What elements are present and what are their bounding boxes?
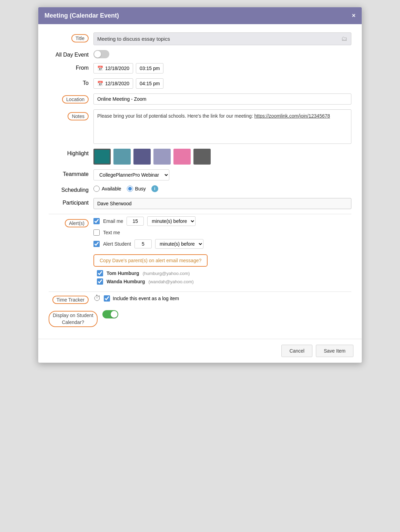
divider-2 [49, 292, 351, 292]
email-unit-select[interactable]: minute(s) before [147, 216, 196, 226]
to-label: To [83, 80, 89, 86]
notes-label-col: Notes [49, 109, 93, 120]
participant-label: Participant [62, 200, 89, 206]
scheduling-group: Available Busy i [93, 185, 158, 192]
busy-radio[interactable] [127, 186, 133, 192]
time-tracker-include-label: Include this event as a log item [113, 296, 179, 301]
location-label-col: Location [49, 93, 93, 104]
dialog-title: Meeting (Calendar Event) [44, 12, 119, 19]
from-cal-icon: 📅 [97, 66, 103, 71]
highlight-label-col: Highlight [49, 149, 93, 157]
alert-student-checkbox[interactable] [93, 241, 100, 247]
display-calendar-toggle[interactable] [102, 310, 118, 318]
color-swatch-gray[interactable] [193, 149, 211, 165]
text-me-checkbox[interactable] [93, 229, 100, 236]
time-tracker-row: Time Tracker ⏱ Include this event as a l… [49, 294, 351, 304]
from-time-field[interactable]: 03:15 pm [136, 63, 163, 73]
parent2-row: Wanda Humburg (wandah@yahoo.com) [93, 278, 351, 285]
to-date-value: 12/18/2020 [105, 81, 129, 86]
email-me-label: Email me [103, 218, 123, 224]
color-swatch-teal[interactable] [93, 149, 111, 165]
color-swatch-purple[interactable] [133, 149, 151, 165]
from-label: From [76, 65, 89, 71]
copy-parents-box: Copy Dave's parent(s) on alert email mes… [93, 254, 208, 267]
all-day-row: All Day Event [49, 50, 351, 58]
title-label: Title [71, 34, 89, 42]
available-radio[interactable] [93, 186, 100, 192]
title-label-col: Title [49, 32, 93, 42]
notes-label: Notes [68, 112, 89, 120]
display-calendar-slider [102, 310, 118, 318]
available-option[interactable]: Available [93, 186, 121, 192]
alerts-row: Alert(s) Email me minute(s) before Text … [49, 216, 351, 287]
all-day-toggle[interactable] [93, 50, 109, 58]
parent2-email: (wandah@yahoo.com) [148, 279, 193, 284]
scheduling-row: Scheduling Available Busy i [49, 185, 351, 193]
alert-student-unit-select[interactable]: minute(s) before [155, 239, 203, 249]
all-day-slider [93, 50, 109, 58]
busy-label: Busy [135, 186, 146, 191]
parent1-checkbox[interactable] [97, 270, 103, 276]
color-swatch-muted-teal[interactable] [113, 149, 131, 165]
meeting-dialog: Meeting (Calendar Event) × Title 🗂 All D… [38, 7, 362, 363]
email-me-row: Email me minute(s) before [93, 216, 351, 226]
participant-field[interactable] [93, 198, 351, 209]
all-day-label: All Day Event [56, 52, 89, 58]
location-row: Location [49, 93, 351, 105]
scheduling-label-col: Scheduling [49, 185, 93, 193]
to-cal-icon: 📅 [97, 81, 103, 86]
location-label: Location [62, 95, 89, 104]
to-row: To 📅 12/18/2020 04:15 pm [49, 78, 351, 89]
teammate-label: Teammate [63, 171, 89, 177]
color-swatches [93, 149, 211, 165]
parent1-email: (humburg@yahoo.com) [143, 271, 190, 276]
to-time-value: 04:15 pm [140, 81, 160, 86]
close-button[interactable]: × [352, 12, 356, 19]
time-tracker-checkbox[interactable] [104, 295, 110, 302]
busy-option[interactable]: Busy [127, 186, 146, 192]
time-tracker-label: Time Tracker [52, 296, 89, 304]
teammate-row: Teammate CollegePlannerPro Webinar [49, 169, 351, 180]
alerts-label-col: Alert(s) [49, 216, 93, 227]
location-field[interactable] [93, 93, 351, 105]
color-swatch-pink[interactable] [173, 149, 191, 165]
parent2-checkbox[interactable] [97, 278, 103, 285]
to-date-field[interactable]: 📅 12/18/2020 [93, 78, 133, 89]
info-icon[interactable]: i [151, 185, 158, 192]
email-me-checkbox[interactable] [93, 218, 100, 224]
highlight-row: Highlight [49, 149, 351, 165]
teammate-label-col: Teammate [49, 169, 93, 177]
time-tracker-check: Include this event as a log item [104, 295, 179, 302]
notes-row: Notes Please bring your list of potentia… [49, 109, 351, 144]
color-swatch-lavender[interactable] [153, 149, 171, 165]
from-date-field[interactable]: 📅 12/18/2020 [93, 63, 133, 73]
contact-card-icon: 🗂 [341, 35, 348, 42]
email-minutes-input[interactable] [127, 217, 144, 226]
title-field[interactable] [97, 36, 339, 42]
title-input-wrapper: 🗂 [93, 32, 351, 45]
parent2-name: Wanda Humburg [107, 279, 145, 284]
available-label: Available [102, 186, 121, 191]
scheduling-label: Scheduling [61, 187, 89, 193]
save-button[interactable]: Save Item [316, 345, 353, 357]
cancel-button[interactable]: Cancel [281, 345, 312, 357]
copy-parents-text: Copy Dave's parent(s) on alert email mes… [100, 258, 201, 263]
teammate-select[interactable]: CollegePlannerPro Webinar [93, 169, 169, 180]
from-row: From 📅 12/18/2020 03:15 pm [49, 63, 351, 73]
notes-content: Please bring your list of potential scho… [93, 109, 351, 144]
to-time-field[interactable]: 04:15 pm [136, 78, 163, 89]
alert-student-minutes-input[interactable] [134, 239, 152, 248]
alerts-section: Email me minute(s) before Text me Alert … [93, 216, 351, 287]
time-tracker-icon: ⏱ [93, 294, 101, 303]
dialog-footer: Cancel Save Item [38, 339, 362, 363]
from-datetime-group: 📅 12/18/2020 03:15 pm [93, 63, 163, 73]
divider-1 [49, 214, 351, 214]
text-me-label: Text me [103, 230, 120, 235]
to-label-col: To [49, 78, 93, 86]
from-label-col: From [49, 63, 93, 71]
parent1-name: Tom Humburg [107, 270, 139, 276]
participant-label-col: Participant [49, 198, 93, 206]
alerts-label: Alert(s) [65, 219, 89, 227]
time-tracker-label-col: Time Tracker [49, 294, 93, 304]
alert-student-row: Alert Student minute(s) before [93, 239, 351, 249]
